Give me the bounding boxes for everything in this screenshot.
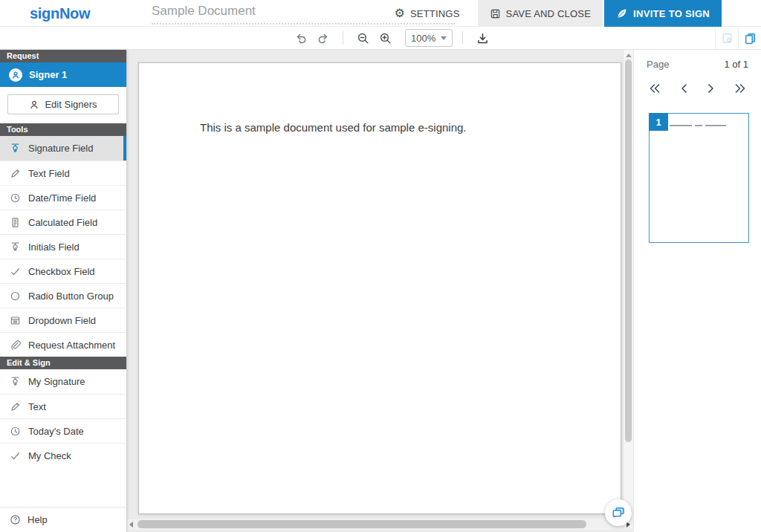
toolbar-divider <box>462 31 463 45</box>
dropdown-list-icon <box>10 315 21 326</box>
person-icon <box>29 100 39 110</box>
chat-icon <box>611 505 626 520</box>
tool-item-label: Checkbox Field <box>28 266 95 277</box>
horizontal-scrollbar-thumb[interactable] <box>137 520 586 528</box>
tool-item-radio-button-group[interactable]: Radio Button Group <box>0 283 126 308</box>
redo-icon <box>317 32 330 44</box>
document-fields-button[interactable] <box>715 27 738 49</box>
checkmark-icon <box>10 450 21 461</box>
tool-item-initials-field[interactable]: Initials Field <box>0 234 126 259</box>
help-button[interactable]: Help <box>0 507 126 532</box>
settings-button[interactable]: ⚙ SETTINGS <box>382 0 471 27</box>
paperclip-icon <box>10 340 21 351</box>
tool-item-label: Today's Date <box>28 426 84 437</box>
undo-button[interactable] <box>291 29 311 47</box>
tool-item-my-check[interactable]: My Check <box>0 443 126 467</box>
document-text: This is a sample document used for sampl… <box>200 121 467 134</box>
document-page[interactable]: This is a sample document used for sampl… <box>138 62 621 514</box>
tool-item-text-field[interactable]: Text Field <box>0 160 126 185</box>
document-fields-icon <box>721 32 734 45</box>
topbar-actions: ⚙ SETTINGS SAVE AND CLOSE INVITE TO SIGN <box>382 0 722 27</box>
horizontal-scrollbar[interactable] <box>126 518 633 530</box>
previous-page-button[interactable] <box>679 82 690 95</box>
toolbar-right <box>715 27 761 49</box>
tool-item-label: Text Field <box>28 168 70 179</box>
save-and-close-button[interactable]: SAVE AND CLOSE <box>478 0 603 27</box>
tool-item-label: Radio Button Group <box>28 291 114 302</box>
document-toolbar: 100% <box>0 27 761 50</box>
document-area: This is a sample document used for sampl… <box>126 50 633 532</box>
scroll-up-icon[interactable] <box>626 53 632 57</box>
clock-icon <box>10 426 21 437</box>
tool-item-label: Initials Field <box>28 241 80 253</box>
toolbar-center: 100% <box>291 27 492 49</box>
top-bar: signNow Sample Document ⚙ SETTINGS SAVE … <box>0 0 761 27</box>
signer-label: Signer 1 <box>29 69 67 80</box>
tool-item-signature-field[interactable]: Signature Field <box>0 136 126 160</box>
tools-list: Signature FieldText FieldDate/Time Field… <box>0 136 126 357</box>
radio-circle-icon <box>10 291 21 302</box>
tool-item-checkbox-field[interactable]: Checkbox Field <box>0 259 126 283</box>
page-number-badge: 1 <box>649 113 668 131</box>
signer-1-row[interactable]: Signer 1 <box>0 62 126 87</box>
chat-support-button[interactable] <box>605 499 632 526</box>
vertical-scrollbar-thumb[interactable] <box>625 59 632 442</box>
tool-item-date-time-field[interactable]: Date/Time Field <box>0 185 126 210</box>
feather-icon <box>616 7 628 19</box>
download-button[interactable] <box>473 29 492 47</box>
pages-panel-header: Page 1 of 1 <box>634 50 761 70</box>
tool-item-label: My Signature <box>28 376 85 387</box>
double-chevron-left-icon <box>649 83 661 94</box>
edit-sign-list: My SignatureTextToday's DateMy Check <box>0 369 126 467</box>
signnow-logo[interactable]: signNow <box>30 5 90 22</box>
request-section-header: Request <box>0 50 126 62</box>
redo-button[interactable] <box>314 29 333 47</box>
edit-signers-wrap: Edit Signers <box>0 87 126 123</box>
last-page-button[interactable] <box>733 82 748 95</box>
tool-item-today-s-date[interactable]: Today's Date <box>0 418 126 443</box>
vertical-scrollbar[interactable] <box>623 50 633 518</box>
zoom-out-icon <box>357 32 369 45</box>
next-page-button[interactable] <box>705 82 716 95</box>
zoom-level-select[interactable]: 100% <box>405 29 453 47</box>
tool-item-request-attachment[interactable]: Request Attachment <box>0 332 126 357</box>
page-thumbnail[interactable]: 1 <box>649 113 749 243</box>
tool-item-calculated-field[interactable]: Calculated Field <box>0 210 126 234</box>
zoom-out-button[interactable] <box>353 29 372 47</box>
tool-item-text[interactable]: Text <box>0 394 126 418</box>
chevron-right-icon <box>707 83 715 94</box>
tool-item-label: Dropdown Field <box>28 315 96 326</box>
pencil-icon <box>10 401 21 412</box>
invite-to-sign-button[interactable]: INVITE TO SIGN <box>604 0 722 27</box>
undo-icon <box>294 32 308 44</box>
help-icon <box>10 514 21 525</box>
zoom-in-button[interactable] <box>375 29 395 47</box>
pages-panel: Page 1 of 1 <box>633 50 761 532</box>
download-icon <box>476 32 489 45</box>
initials-nib-icon <box>10 241 21 253</box>
page-label: Page <box>647 59 669 70</box>
left-sidebar: Request Signer 1 Edit Signers Tools Sign… <box>0 50 126 532</box>
first-page-button[interactable] <box>647 82 662 95</box>
tool-item-label: Text <box>28 401 46 412</box>
tool-item-label: My Check <box>28 450 71 461</box>
clock-icon <box>10 192 21 204</box>
sidebar-spacer <box>0 467 126 507</box>
edit-sign-section-header: Edit & Sign <box>0 357 126 369</box>
tool-item-my-signature[interactable]: My Signature <box>0 369 126 394</box>
thumbnail-text-preview <box>670 125 726 126</box>
scroll-left-icon[interactable] <box>129 522 133 528</box>
tools-section-header: Tools <box>0 123 126 136</box>
pages-panel-toggle-button[interactable] <box>738 27 761 49</box>
tool-item-label: Calculated Field <box>28 217 97 228</box>
signature-nib-icon <box>10 143 21 154</box>
page-navigation <box>634 70 761 95</box>
edit-signers-button[interactable]: Edit Signers <box>7 94 119 114</box>
zoom-in-icon <box>379 32 392 45</box>
tool-item-dropdown-field[interactable]: Dropdown Field <box>0 308 126 332</box>
chevron-left-icon <box>680 83 688 94</box>
signer-avatar-icon <box>9 68 22 82</box>
page-count: 1 of 1 <box>724 59 748 70</box>
save-icon <box>490 8 501 19</box>
double-chevron-right-icon <box>734 83 746 94</box>
